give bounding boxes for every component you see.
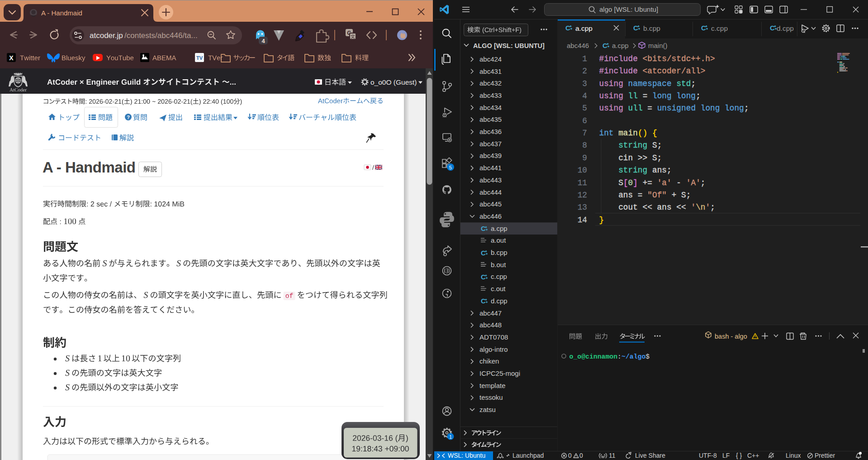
svg-text:5: 5 [449,165,452,170]
svg-text:0: 0 [568,452,572,459]
svg-text:abc448: abc448 [479,321,502,329]
svg-text:1: 1 [582,54,587,63]
svg-text:6: 6 [582,116,587,125]
svg-text:C: C [481,225,486,232]
svg-text:abc441: abc441 [479,164,502,172]
svg-text:zatsu: zatsu [479,406,496,413]
svg-text:C: C [565,24,570,32]
svg-text:13: 13 [578,203,587,212]
svg-text:d.cpp: d.cpp [777,24,794,32]
svg-text:#include<atcoder/all>: #include<atcoder/all> [599,67,706,76]
svg-text:5: 5 [582,104,587,113]
svg-text:C: C [481,249,486,257]
svg-text:abc435: abc435 [479,115,502,123]
svg-text:7: 7 [582,129,587,138]
svg-text:1: 1 [449,434,452,440]
svg-text:c.cpp: c.cpp [491,273,507,280]
svg-text:WSL: Ubuntu: WSL: Ubuntu [448,452,485,459]
svg-text:Linux: Linux [786,452,801,459]
svg-text:chiken: chiken [479,357,499,365]
svg-text:{ }: { } [736,452,742,459]
svg-text:abc433: abc433 [479,91,502,99]
svg-text:Live Share: Live Share [635,452,665,459]
svg-text:LF: LF [722,452,730,459]
svg-text:c.cpp: c.cpp [711,24,728,32]
svg-text:C: C [770,24,775,32]
svg-text:a.cpp: a.cpp [612,42,629,49]
svg-text:c.out: c.out [491,285,506,292]
svg-text:11: 11 [609,452,616,459]
svg-text:C: C [633,24,638,32]
svg-text:X: X [9,54,14,62]
svg-text:2: 2 [582,67,587,76]
svg-text:ALGO [WSL: UBUNTU]: ALGO [WSL: UBUNTU] [473,42,545,49]
svg-text:a.out: a.out [491,236,506,244]
svg-text:UTF-8: UTF-8 [699,452,717,459]
svg-text:C: C [481,273,486,281]
svg-text:abc431: abc431 [479,67,502,75]
svg-text:C: C [481,297,486,305]
svg-text:14: 14 [578,216,587,225]
svg-text:abc446: abc446 [567,42,589,49]
svg-text:/contests/abc446/ta...: /contests/abc446/ta... [124,31,198,40]
svg-text:usingnamespacestd;: usingnamespacestd; [599,79,696,88]
svg-text:#include<bits/stdc++.h>: #include<bits/stdc++.h> [599,54,715,63]
svg-text:a.cpp: a.cpp [491,225,508,232]
svg-text:abc447: abc447 [479,309,502,317]
svg-text:algo [WSL: Ubuntu]: algo [WSL: Ubuntu] [599,5,658,13]
svg-text:b.cpp: b.cpp [491,249,508,256]
svg-text:d.cpp: d.cpp [491,297,508,305]
svg-text:ans = "Of" + S;: ans = "Of" + S; [618,191,691,200]
svg-text:TV: TV [196,55,203,61]
svg-text:string S;: string S; [618,141,662,150]
svg-text:8: 8 [582,141,587,150]
svg-text:b.out: b.out [491,261,506,268]
svg-text:abc446: abc446 [479,212,502,220]
svg-text:template: template [479,382,506,389]
svg-text:?: ? [127,115,130,120]
svg-text:o_o@cinnamon:~/algo$: o_o@cinnamon:~/algo$ [569,353,650,360]
svg-text:S[0] += 'a' - 'A';: S[0] += 'a' - 'A'; [618,178,705,187]
svg-text:usingll = long long;: usingll = long long; [599,91,701,101]
svg-text:9: 9 [582,153,587,163]
svg-text:abc437: abc437 [479,140,502,148]
svg-text:Launchpad: Launchpad [512,452,544,459]
svg-text:}: } [599,216,604,225]
svg-text:a.cpp: a.cpp [575,24,593,32]
svg-text:ICPC25-mogi: ICPC25-mogi [479,369,520,377]
svg-text:abc434: abc434 [479,104,502,111]
svg-text:bash - algo: bash - algo [715,333,747,340]
svg-text:main(): main() [648,42,668,49]
svg-text:algo-intro: algo-intro [479,345,508,353]
svg-text:12: 12 [578,191,587,200]
svg-text:A - Handmaid: A - Handmaid [41,9,82,17]
svg-text:string ans;: string ans; [618,166,671,175]
svg-text:C: C [701,24,706,32]
svg-text:abc443: abc443 [479,176,502,184]
svg-text:usingull = unsigned long long;: usingull = unsigned long long; [599,104,749,113]
svg-text:atcoder.jp: atcoder.jp [90,31,123,40]
svg-text:4: 4 [582,91,587,101]
svg-text:b.cpp: b.cpp [643,24,660,32]
svg-text:10: 10 [578,166,587,175]
svg-text:cin >> S;: cin >> S; [618,153,662,163]
svg-text:0: 0 [579,452,583,459]
svg-text:C++: C++ [747,452,759,459]
svg-text:Prettier: Prettier [815,452,835,459]
svg-text:o_o0O (Guest): o_o0O (Guest) [370,78,417,86]
svg-text:abc432: abc432 [479,79,502,87]
svg-text:11: 11 [578,178,587,187]
svg-text:ADT0708: ADT0708 [479,333,508,341]
svg-text:tessoku: tessoku [479,393,503,401]
svg-text:4: 4 [261,38,265,44]
svg-text:abc424: abc424 [479,55,502,63]
svg-text:abc439: abc439 [479,152,502,159]
svg-text:abc444: abc444 [479,188,502,196]
svg-text:abc445: abc445 [479,200,502,208]
svg-text:C: C [602,42,607,49]
svg-text:abc436: abc436 [479,128,502,135]
svg-text:cout << ans << '\n';: cout << ans << '\n'; [618,203,715,212]
svg-text:3: 3 [582,79,587,88]
svg-text:A - Handmaid: A - Handmaid [43,159,135,176]
